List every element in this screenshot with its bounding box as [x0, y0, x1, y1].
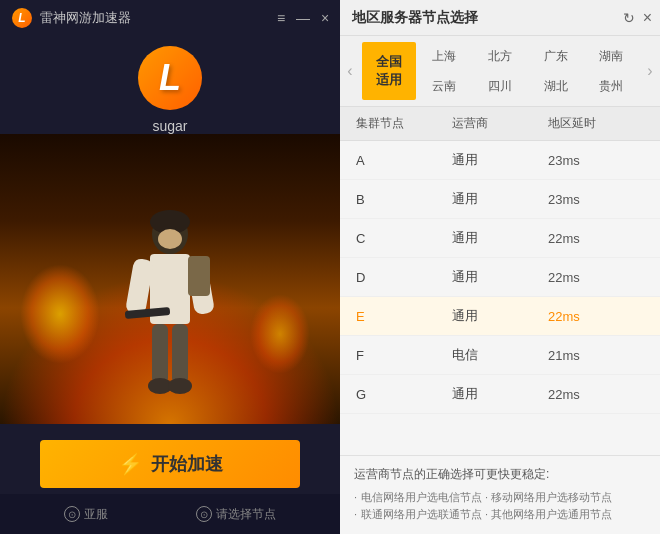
right-title-controls: ↻ × [623, 9, 652, 27]
tabs-grid: 全国 适用 上海 北方 广东 湖南 云南 四川 湖北 贵州 [360, 40, 640, 102]
explosion-left [20, 264, 100, 364]
panel-title: 地区服务器节点选择 [352, 9, 478, 27]
latency-e: 22ms [548, 309, 644, 324]
table-row-highlighted[interactable]: E 通用 22ms [340, 297, 660, 336]
title-controls: ≡ — × [274, 11, 332, 25]
svg-point-2 [158, 229, 182, 249]
latency-f: 21ms [548, 348, 644, 363]
logo-area: L sugar [138, 46, 202, 134]
tab-prev-button[interactable]: ‹ [340, 62, 360, 80]
bottom-bar: ⊙ 亚服 ⊙ 请选择节点 [0, 494, 340, 534]
username-label: sugar [152, 118, 187, 134]
isp-e: 通用 [452, 307, 548, 325]
table-row[interactable]: D 通用 22ms [340, 258, 660, 297]
node-g: G [356, 387, 452, 402]
isp-f: 电信 [452, 346, 548, 364]
table-row[interactable]: F 电信 21ms [340, 336, 660, 375]
left-panel: L 雷神网游加速器 ≡ — × L sugar [0, 0, 340, 534]
close-panel-button[interactable]: × [643, 9, 652, 27]
svg-rect-4 [125, 258, 154, 316]
table-row[interactable]: G 通用 22ms [340, 375, 660, 414]
col-isp-header: 运营商 [452, 115, 548, 132]
game-artwork [0, 134, 340, 424]
region-icon: ⊙ [64, 506, 80, 522]
app-logo: L [138, 46, 202, 110]
tab-guizhou[interactable]: 贵州 [584, 72, 638, 100]
isp-g: 通用 [452, 385, 548, 403]
character-svg [120, 204, 220, 414]
server-region-item[interactable]: ⊙ 亚服 [64, 506, 108, 523]
svg-rect-7 [172, 324, 188, 384]
latency-c: 22ms [548, 231, 644, 246]
tab-all-regions[interactable]: 全国 适用 [362, 42, 416, 100]
title-bar: L 雷神网游加速器 ≡ — × [0, 0, 340, 36]
tab-next-button[interactable]: › [640, 62, 660, 80]
table-row[interactable]: A 通用 23ms [340, 141, 660, 180]
server-node-item[interactable]: ⊙ 请选择节点 [196, 506, 276, 523]
svg-point-9 [168, 378, 192, 394]
latency-b: 23ms [548, 192, 644, 207]
tab-shanghai[interactable]: 上海 [418, 42, 472, 70]
col-latency-header: 地区延时 [548, 115, 644, 132]
app-title: 雷神网游加速器 [40, 9, 131, 27]
start-button-label: 开始加速 [151, 452, 223, 476]
minimize-button[interactable]: — [296, 11, 310, 25]
bolt-icon: ⚡ [118, 452, 143, 476]
app-logo-small: L [12, 8, 32, 28]
start-accelerate-button[interactable]: ⚡ 开始加速 [40, 440, 300, 488]
node-c: C [356, 231, 452, 246]
node-e: E [356, 309, 452, 324]
tab-hubei[interactable]: 湖北 [529, 72, 583, 100]
latency-g: 22ms [548, 387, 644, 402]
isp-c: 通用 [452, 229, 548, 247]
isp-b: 通用 [452, 190, 548, 208]
isp-d: 通用 [452, 268, 548, 286]
right-title-bar: 地区服务器节点选择 ↻ × [340, 0, 660, 36]
menu-button[interactable]: ≡ [274, 11, 288, 25]
svg-rect-6 [152, 324, 168, 384]
right-panel: 地区服务器节点选择 ↻ × ‹ 全国 适用 上海 北方 广东 湖南 云南 四川 … [340, 0, 660, 534]
tab-hunan[interactable]: 湖南 [584, 42, 638, 70]
server-list: A 通用 23ms B 通用 23ms C 通用 22ms D 通用 22ms … [340, 141, 660, 455]
tip-1: 电信网络用户选电信节点 · 移动网络用户选移动节点 [354, 489, 646, 507]
tab-yunnan[interactable]: 云南 [418, 72, 472, 100]
tips-section: 运营商节点的正确选择可更快更稳定: 电信网络用户选电信节点 · 移动网络用户选移… [340, 455, 660, 534]
table-header: 集群节点 运营商 地区延时 [340, 107, 660, 141]
node-d: D [356, 270, 452, 285]
tip-2: 联通网络用户选联通节点 · 其他网络用户选通用节点 [354, 506, 646, 524]
node-icon: ⊙ [196, 506, 212, 522]
region-tabs: ‹ 全国 适用 上海 北方 广东 湖南 云南 四川 湖北 贵州 › [340, 36, 660, 107]
svg-rect-10 [188, 256, 210, 296]
tips-title: 运营商节点的正确选择可更快更稳定: [354, 466, 646, 483]
close-button[interactable]: × [318, 11, 332, 25]
server-node-label: 请选择节点 [216, 506, 276, 523]
node-a: A [356, 153, 452, 168]
server-region-label: 亚服 [84, 506, 108, 523]
node-b: B [356, 192, 452, 207]
latency-a: 23ms [548, 153, 644, 168]
table-row[interactable]: C 通用 22ms [340, 219, 660, 258]
latency-d: 22ms [548, 270, 644, 285]
col-node-header: 集群节点 [356, 115, 452, 132]
table-row[interactable]: B 通用 23ms [340, 180, 660, 219]
refresh-button[interactable]: ↻ [623, 10, 635, 26]
tab-north[interactable]: 北方 [473, 42, 527, 70]
tab-guangdong[interactable]: 广东 [529, 42, 583, 70]
explosion-right [250, 294, 310, 374]
tab-sichuan[interactable]: 四川 [473, 72, 527, 100]
node-f: F [356, 348, 452, 363]
isp-a: 通用 [452, 151, 548, 169]
